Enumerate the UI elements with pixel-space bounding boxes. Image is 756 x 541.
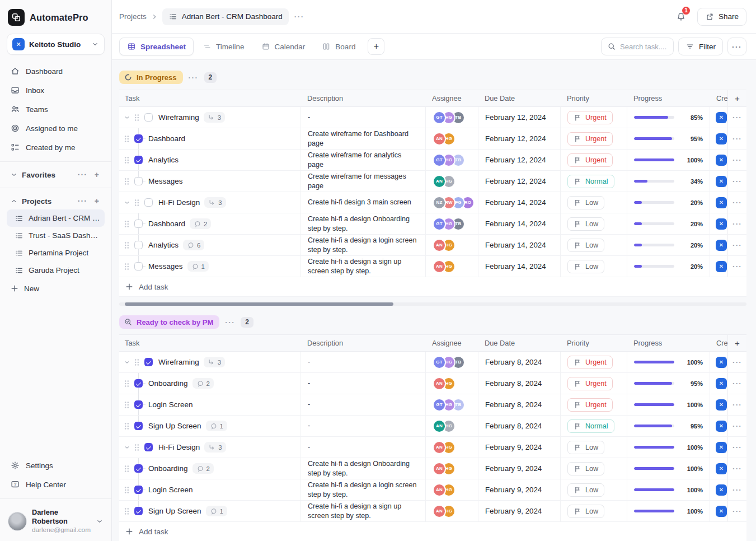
priority-cell[interactable]: Urgent: [560, 128, 627, 149]
drag-handle-icon[interactable]: [124, 507, 130, 516]
priority-badge[interactable]: Urgent: [567, 132, 613, 146]
share-button[interactable]: Share: [697, 8, 746, 26]
due-date-cell[interactable]: February 14, 2024: [478, 235, 560, 255]
due-date-cell[interactable]: February 8, 2024: [478, 373, 560, 394]
priority-badge[interactable]: Low: [567, 239, 604, 252]
row-more-button[interactable]: ···: [727, 171, 746, 192]
task-cell[interactable]: Analytics6: [119, 235, 300, 255]
created-by-cell[interactable]: ✕K: [710, 352, 727, 372]
table-row[interactable]: Dashboard2Create hi-fi a design Onboardi…: [119, 213, 746, 235]
task-cell[interactable]: Wireframing3: [119, 107, 300, 128]
due-date-cell[interactable]: February 9, 2024: [478, 437, 560, 458]
created-by-cell[interactable]: ✕K: [710, 437, 727, 458]
favorites-add-button[interactable]: +: [93, 170, 101, 179]
comment-count-badge[interactable]: 2: [192, 378, 214, 389]
subtask-count-badge[interactable]: 3: [204, 112, 225, 123]
task-checkbox[interactable]: [144, 358, 153, 366]
created-by-cell[interactable]: ✕K: [710, 256, 727, 277]
task-checkbox[interactable]: [144, 443, 153, 451]
tab-board[interactable]: Board: [314, 38, 363, 55]
table-row[interactable]: DashboardCreate wireframe for Dashboard …: [119, 128, 746, 150]
task-cell[interactable]: Hi-Fi Design3: [119, 437, 300, 458]
priority-badge[interactable]: Low: [567, 505, 604, 518]
created-by-cell[interactable]: ✕K: [710, 373, 727, 394]
priority-badge[interactable]: Normal: [567, 175, 614, 188]
drag-handle-icon[interactable]: [124, 177, 130, 186]
comment-count-badge[interactable]: 2: [190, 218, 211, 229]
priority-cell[interactable]: Low: [560, 458, 627, 479]
task-checkbox[interactable]: [134, 464, 143, 473]
created-by-cell[interactable]: ✕K: [710, 235, 727, 255]
expand-chevron-icon[interactable]: [124, 199, 130, 207]
assignee-cell[interactable]: ANHG: [425, 479, 478, 500]
task-checkbox[interactable]: [134, 422, 143, 430]
tab-spreadsheet[interactable]: Spreadsheet: [119, 38, 194, 55]
projects-more-button[interactable]: ···: [76, 197, 89, 206]
task-checkbox[interactable]: [134, 177, 143, 185]
task-checkbox[interactable]: [144, 198, 153, 207]
table-row[interactable]: Login ScreenCreate hi-fi a design a logi…: [119, 479, 746, 501]
row-more-button[interactable]: ···: [727, 352, 746, 372]
priority-badge[interactable]: Low: [567, 217, 604, 231]
row-more-button[interactable]: ···: [727, 458, 746, 479]
tab-timeline[interactable]: Timeline: [195, 38, 252, 55]
expand-chevron-icon[interactable]: [124, 114, 130, 122]
group-more-button[interactable]: ···: [189, 73, 199, 82]
task-cell[interactable]: Login Screen: [119, 394, 300, 415]
priority-cell[interactable]: Urgent: [560, 150, 627, 170]
sidebar-project-item-3[interactable]: Garuda Project: [7, 262, 105, 279]
drag-handle-icon[interactable]: [124, 464, 130, 473]
drag-handle-icon[interactable]: [134, 198, 140, 207]
assignee-cell[interactable]: GTHGTB: [425, 213, 478, 234]
drag-handle-icon[interactable]: [124, 379, 130, 388]
assignee-cell[interactable]: GTHGTB: [425, 394, 478, 415]
row-more-button[interactable]: ···: [727, 128, 746, 149]
comment-count-badge[interactable]: 1: [206, 421, 227, 431]
tab-calendar[interactable]: Calendar: [253, 38, 313, 55]
task-checkbox[interactable]: [134, 134, 143, 143]
description-cell[interactable]: Create hi-fi a design Onboarding step by…: [300, 213, 425, 234]
subtask-count-badge[interactable]: 3: [204, 197, 226, 208]
due-date-cell[interactable]: February 8, 2024: [478, 416, 560, 436]
assignee-cell[interactable]: ANHG: [425, 256, 478, 277]
table-row[interactable]: Messages1Create hi-fi a design a sign up…: [119, 256, 746, 277]
task-checkbox[interactable]: [134, 220, 143, 228]
priority-cell[interactable]: Urgent: [560, 352, 627, 372]
row-more-button[interactable]: ···: [727, 192, 746, 213]
task-cell[interactable]: Sign Up Screen1: [119, 501, 300, 521]
priority-cell[interactable]: Urgent: [560, 107, 627, 128]
due-date-cell[interactable]: February 8, 2024: [478, 394, 560, 415]
priority-cell[interactable]: Normal: [560, 171, 627, 192]
sidebar-section-favorites[interactable]: Favorites ··· +: [7, 166, 105, 183]
task-checkbox[interactable]: [134, 241, 143, 249]
description-cell[interactable]: Create hi-fi a design a login screen ste…: [300, 479, 425, 500]
horizontal-scrollbar[interactable]: [119, 298, 746, 310]
priority-cell[interactable]: Urgent: [560, 394, 627, 415]
subtask-count-badge[interactable]: 3: [204, 357, 225, 367]
sidebar-item-assigned-to-me[interactable]: Assigned to me: [7, 119, 105, 138]
task-cell[interactable]: Wireframing3: [119, 352, 300, 372]
row-more-button[interactable]: ···: [727, 437, 746, 458]
assignee-cell[interactable]: ANHG: [425, 416, 478, 436]
task-checkbox[interactable]: [134, 486, 143, 494]
row-more-button[interactable]: ···: [727, 479, 746, 500]
assignee-cell[interactable]: ANHG: [425, 373, 478, 394]
expand-chevron-icon[interactable]: [124, 444, 130, 451]
due-date-cell[interactable]: February 14, 2024: [478, 213, 560, 234]
table-row[interactable]: Sign Up Screen1Create hi-fi a design a s…: [119, 501, 746, 522]
due-date-cell[interactable]: February 12, 2024: [478, 171, 560, 192]
description-cell[interactable]: -: [300, 352, 425, 372]
priority-badge[interactable]: Normal: [567, 419, 614, 433]
task-cell[interactable]: Sign Up Screen1: [119, 416, 300, 436]
created-by-cell[interactable]: ✕K: [710, 192, 727, 213]
due-date-cell[interactable]: February 9, 2024: [478, 458, 560, 479]
row-more-button[interactable]: ···: [727, 501, 746, 521]
breadcrumb-current[interactable]: Adrian Bert - CRM Dashboard: [162, 8, 289, 25]
sidebar-project-item-0[interactable]: Adrian Bert - CRM Da...: [7, 209, 105, 227]
task-cell[interactable]: Analytics: [119, 150, 300, 170]
priority-cell[interactable]: Low: [560, 213, 627, 234]
drag-handle-icon[interactable]: [124, 400, 130, 409]
row-more-button[interactable]: ···: [727, 213, 746, 234]
drag-handle-icon[interactable]: [124, 156, 130, 165]
search-box[interactable]: [601, 38, 674, 55]
